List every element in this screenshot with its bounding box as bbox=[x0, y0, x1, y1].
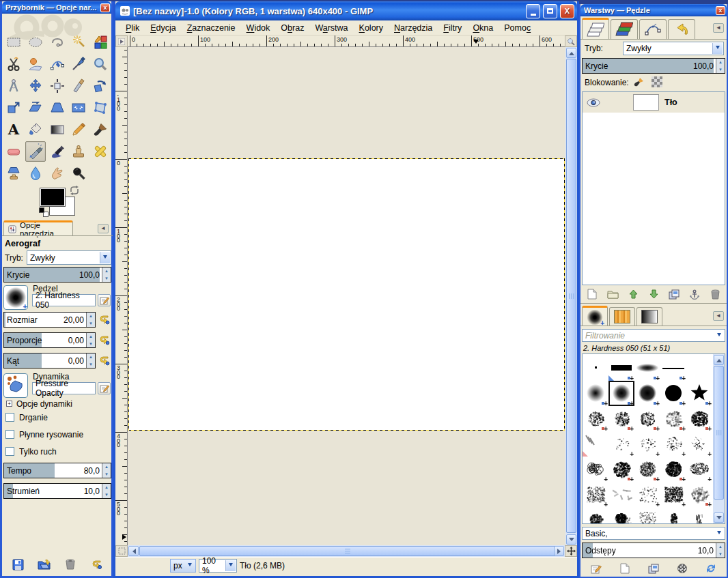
layer-row-background[interactable]: Tło bbox=[583, 92, 725, 113]
tool-color-picker[interactable] bbox=[68, 54, 89, 74]
tool-pencil[interactable] bbox=[68, 119, 89, 140]
brush-cell-17[interactable]: + bbox=[634, 431, 660, 457]
brush-cell-34[interactable]: + bbox=[686, 507, 712, 524]
menu-filtry[interactable]: Filtry bbox=[438, 22, 466, 34]
tool-eraser[interactable] bbox=[3, 141, 24, 162]
brush-cell-20[interactable]: + bbox=[583, 457, 608, 482]
tool-ink[interactable] bbox=[47, 141, 68, 162]
brushes-menu-button[interactable]: ◄ bbox=[713, 311, 724, 321]
scroll-up-button[interactable] bbox=[566, 48, 576, 58]
scroll-down-button[interactable] bbox=[566, 534, 576, 545]
brush-cell-6[interactable]: + bbox=[608, 381, 634, 406]
rate-slider[interactable]: Tempo80,0▲▼ bbox=[3, 463, 111, 478]
brush-name-field[interactable]: 2. Hardness 050 bbox=[32, 294, 96, 306]
brush-cell-31[interactable]: + bbox=[608, 507, 634, 524]
refresh-brushes-button[interactable] bbox=[702, 561, 720, 576]
brush-cell-24[interactable]: + bbox=[686, 457, 712, 482]
tool-bucket-fill[interactable] bbox=[25, 119, 46, 140]
maximize-button[interactable] bbox=[543, 4, 557, 18]
brush-cell-32[interactable]: + bbox=[634, 507, 660, 524]
tool-select-by-color[interactable] bbox=[90, 32, 111, 53]
tool-zoom[interactable] bbox=[90, 54, 111, 74]
tool-smudge[interactable] bbox=[47, 163, 68, 184]
tool-gradient[interactable] bbox=[47, 119, 68, 140]
canvas-viewport[interactable] bbox=[128, 47, 565, 545]
brush-cell-0[interactable] bbox=[583, 356, 608, 381]
anchor-layer-button[interactable] bbox=[686, 287, 703, 302]
tool-text[interactable]: A bbox=[3, 119, 24, 140]
spinner-buttons[interactable]: ▲▼ bbox=[86, 353, 95, 368]
duplicate-brush-button[interactable] bbox=[645, 561, 662, 576]
brush-filter-input[interactable]: Filtrowanie bbox=[582, 329, 725, 342]
navigation-button[interactable] bbox=[565, 545, 577, 557]
tool-paths[interactable] bbox=[47, 54, 68, 74]
vertical-ruler[interactable]: -1000100200300400500 bbox=[115, 47, 128, 545]
dynamics-options-expander[interactable]: + bbox=[6, 401, 12, 407]
restore-tool-preset-button[interactable] bbox=[36, 557, 53, 572]
brush-cell-13[interactable]: + bbox=[660, 406, 686, 431]
tab-gradients[interactable] bbox=[636, 307, 662, 326]
tool-scissors-select[interactable] bbox=[3, 54, 24, 74]
tool-scale[interactable] bbox=[3, 98, 24, 118]
brush-cell-14[interactable]: + bbox=[686, 406, 712, 431]
brush-preview-button[interactable]: + bbox=[3, 285, 28, 310]
vertical-scroll-thumb[interactable] bbox=[566, 59, 576, 533]
brush-cell-28[interactable]: + bbox=[660, 482, 686, 507]
toolbox-titlebar[interactable]: Przybornik — Opcje nar... x bbox=[2, 1, 111, 14]
brush-cell-7[interactable]: + bbox=[634, 381, 660, 406]
tool-ellipse-select[interactable] bbox=[25, 32, 46, 53]
tool-rotate[interactable] bbox=[90, 76, 111, 96]
brush-scrollbar[interactable] bbox=[713, 354, 725, 523]
tool-shear[interactable] bbox=[25, 98, 46, 118]
brush-cell-10[interactable]: + bbox=[583, 406, 608, 431]
quick-mask-toggle[interactable] bbox=[115, 545, 128, 557]
new-layer-button[interactable] bbox=[583, 287, 601, 302]
unit-select[interactable]: px bbox=[170, 559, 196, 573]
brush-cell-8[interactable]: + bbox=[660, 381, 686, 406]
layers-close-button[interactable]: x bbox=[716, 6, 725, 15]
brush-cell-33[interactable]: + bbox=[660, 507, 686, 524]
motion-only-checkbox[interactable] bbox=[5, 447, 14, 456]
tab-patterns[interactable] bbox=[609, 307, 635, 326]
edit-brush-button2[interactable] bbox=[587, 561, 605, 576]
brush-cell-21[interactable]: + bbox=[608, 457, 634, 482]
dynamics-name-field[interactable]: Pressure Opacity bbox=[32, 382, 96, 394]
brush-cell-12[interactable]: + bbox=[634, 406, 660, 431]
new-brush-button[interactable] bbox=[616, 561, 634, 576]
tool-move[interactable] bbox=[25, 76, 46, 96]
minimize-button[interactable] bbox=[526, 4, 540, 18]
toolbox-close-button[interactable]: x bbox=[100, 3, 110, 12]
new-layer-group-button[interactable] bbox=[604, 287, 621, 302]
layers-menu-button[interactable]: ◄ bbox=[713, 23, 724, 33]
delete-tool-preset-button[interactable] bbox=[61, 557, 79, 572]
menu-obraz[interactable]: Obraz bbox=[276, 22, 309, 34]
edit-dynamics-button[interactable] bbox=[98, 382, 111, 394]
lock-pixels-button[interactable] bbox=[632, 75, 646, 89]
layer-opacity-slider[interactable]: Krycie100,0▲▼ bbox=[582, 58, 725, 74]
toolbox-collapse-button[interactable]: ◄ bbox=[98, 224, 109, 233]
tool-free-select[interactable] bbox=[47, 32, 68, 53]
vertical-scrollbar[interactable] bbox=[565, 47, 577, 545]
menu-okna[interactable]: Okna bbox=[468, 22, 498, 34]
menu-widok[interactable]: Widok bbox=[242, 22, 275, 34]
menu-pomoc[interactable]: Pomoc bbox=[499, 22, 535, 34]
spinner-buttons[interactable]: ▲▼ bbox=[86, 333, 95, 347]
spinner-buttons[interactable]: ▲▼ bbox=[86, 313, 95, 327]
tab-paths[interactable] bbox=[639, 19, 667, 39]
lower-layer-button[interactable] bbox=[645, 287, 662, 302]
image-canvas[interactable] bbox=[129, 159, 564, 430]
spinner-buttons[interactable]: ▲▼ bbox=[102, 463, 111, 478]
scroll-left-button[interactable] bbox=[128, 546, 139, 556]
lock-alpha-button[interactable] bbox=[650, 75, 664, 89]
tab-tool-options[interactable]: Opcje narzędzia bbox=[3, 220, 73, 236]
menu-narzdzia[interactable]: Narzędzia bbox=[389, 22, 437, 34]
spinner-buttons[interactable]: ▲▼ bbox=[102, 268, 111, 282]
flow-slider[interactable]: Strumień10,0▲▼ bbox=[3, 483, 111, 499]
spacing-slider[interactable]: Odstępy10,0▲▼ bbox=[582, 543, 725, 558]
layer-mode-select[interactable]: Zwykły bbox=[623, 42, 724, 55]
tool-flip[interactable] bbox=[68, 98, 89, 118]
tool-perspective-clone[interactable] bbox=[3, 163, 24, 184]
delete-brush-button[interactable] bbox=[673, 561, 691, 576]
spinner-buttons[interactable]: ▲▼ bbox=[102, 484, 111, 498]
brush-cell-9[interactable]: + bbox=[686, 381, 712, 406]
